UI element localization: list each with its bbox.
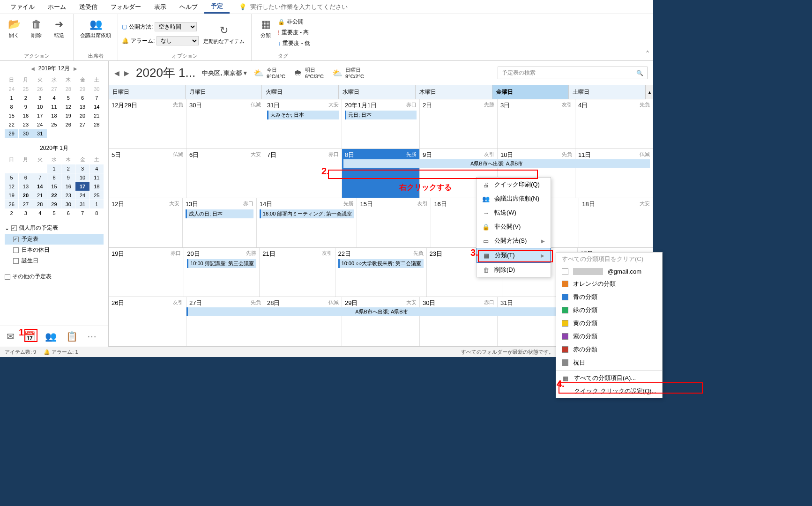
mini-cal-day[interactable]: 9 [19, 103, 32, 111]
mini-cal-day[interactable]: 5 [47, 209, 61, 217]
calendar-cell[interactable]: 30日 赤口 [420, 297, 498, 346]
mini-cal-day[interactable]: 12 [5, 182, 18, 191]
reminder-select[interactable]: なし [156, 36, 199, 45]
mini-cal-day[interactable]: 4 [33, 209, 47, 217]
importance-high-button[interactable]: !重要度 - 高 [278, 28, 310, 37]
cat-clear[interactable]: すべての分類項目をクリア(C) [556, 253, 662, 266]
mini-cal-day[interactable]: 7 [90, 94, 104, 102]
more-nav-icon[interactable]: ⋯ [87, 331, 97, 342]
mini-cal-day[interactable]: 10 [33, 103, 47, 111]
context-menu-item[interactable]: ▭ 公開方法(S) ▶ [477, 234, 551, 248]
mini-cal-day[interactable]: 1 [47, 164, 61, 173]
menu-help[interactable]: ヘルプ [173, 1, 204, 13]
mini-cal-day[interactable]: 29 [5, 129, 18, 138]
mini-cal-day[interactable]: 15 [5, 112, 18, 120]
mini-cal-day[interactable]: 30 [90, 85, 104, 93]
mini-cal-day[interactable]: 5 [61, 94, 75, 102]
mini-cal-day[interactable]: 28 [90, 120, 104, 129]
context-menu-item[interactable]: 🖨 クイック印刷(Q) [477, 178, 551, 192]
mini-cal-day[interactable]: 25 [47, 120, 61, 129]
mini-cal-day[interactable]: 2 [19, 94, 32, 102]
mini-cal-day[interactable]: 25 [90, 191, 104, 200]
mini-cal-day[interactable] [19, 164, 32, 173]
calendar-cell[interactable]: 14日 先勝16:00 部署内ミーティング; 第一会議室 [257, 198, 358, 247]
cat-all[interactable]: ▦すべての分類項目(A)... [556, 372, 662, 385]
show-as-select[interactable]: 空き時間 [155, 22, 197, 31]
calendar-search-input[interactable]: 予定表の検索 🔍 [498, 67, 648, 79]
mini-cal-day[interactable]: 3 [19, 209, 32, 217]
calendar-cell[interactable]: 11日 仏滅 [575, 149, 653, 198]
span-event[interactable]: A県B市へ出張; A県B市 [342, 159, 650, 168]
mini-cal-day[interactable]: 29 [75, 85, 89, 93]
mini-cal-day[interactable]: 22 [47, 191, 61, 200]
mini-cal-day[interactable]: 23 [19, 120, 32, 129]
mini-cal-day[interactable]: 24 [5, 85, 18, 93]
mini-cal-day[interactable]: 10 [75, 173, 89, 182]
mini-cal-day[interactable]: 6 [75, 94, 89, 102]
calendar-cell[interactable]: 3日 友引 [498, 99, 575, 149]
mini-cal-day[interactable]: 6 [61, 209, 75, 217]
mini-cal-day[interactable]: 6 [19, 173, 32, 182]
mini-cal-day[interactable]: 23 [61, 191, 75, 200]
calendar-cell[interactable]: 13日 赤口成人の日; 日本 [183, 198, 257, 247]
calendar-cell[interactable]: 21日 友引 [260, 248, 335, 297]
mini-cal-day[interactable]: 30 [61, 200, 75, 208]
calendar-cell[interactable]: 18日 大安 [579, 198, 653, 247]
calendar-cell[interactable]: 12日 大安 [109, 198, 183, 247]
mini-cal-day[interactable]: 17 [33, 112, 47, 120]
calendar-event[interactable]: 16:00 部署内ミーティング; 第一会議室 [260, 209, 354, 218]
calendar-cell[interactable]: 20年1月1日 赤口元日; 日本 [342, 99, 420, 149]
calendar-list-item[interactable]: 誕生日 [5, 255, 104, 266]
calendar-cell[interactable]: 6日 大安 [186, 149, 264, 198]
calendar-cell[interactable]: 26日 友引 [109, 297, 186, 346]
tasks-nav-icon[interactable]: 📋 [66, 331, 78, 342]
mini-cal-day[interactable]: 8 [47, 173, 61, 182]
mini-cal-day[interactable]: 19 [61, 112, 75, 120]
mini-cal-day[interactable]: 31 [33, 129, 47, 138]
mini-cal-day[interactable]: 2 [61, 164, 75, 173]
menu-sendreceive[interactable]: 送受信 [73, 1, 104, 13]
next-period-button[interactable]: ▶ [124, 69, 129, 77]
mini-cal-day[interactable] [5, 164, 18, 173]
calendar-cell[interactable]: 20日 先勝10:00 簿記講座; 第三会議室 [184, 248, 260, 297]
mini-cal-day[interactable]: 5 [5, 173, 18, 182]
mini-cal-day[interactable]: 17 [75, 182, 89, 191]
mini-cal-day[interactable] [33, 164, 47, 173]
mini-cal-day[interactable]: 8 [5, 103, 18, 111]
mini-cal-day[interactable]: 8 [90, 209, 104, 217]
calendar-location[interactable]: 中央区, 東京都 ▾ [202, 69, 247, 77]
cat-gmail[interactable]: @gmail.com [556, 266, 662, 277]
context-menu-item[interactable]: 👥 会議出席依頼(N) [477, 192, 551, 206]
prev-period-button[interactable]: ◀ [114, 69, 119, 77]
checkbox-icon[interactable] [13, 247, 19, 253]
cat-item[interactable]: 青の分類 [556, 290, 662, 304]
mini-cal-day[interactable]: 21 [33, 191, 47, 200]
recurrence-button[interactable]: ↻定期的なアイテム [201, 22, 247, 46]
menu-appointment[interactable]: 予定 [204, 0, 230, 14]
mini-cal-day[interactable]: 12 [61, 103, 75, 111]
mini-cal-day[interactable]: 25 [19, 85, 32, 93]
mini-cal-day[interactable]: 7 [75, 209, 89, 217]
span-event[interactable]: A県B市へ出張; A県B市 [186, 307, 575, 316]
mini-cal-day[interactable]: 27 [75, 120, 89, 129]
importance-low-button[interactable]: ↓重要度 - 低 [278, 38, 310, 48]
menu-view[interactable]: 表示 [148, 1, 173, 13]
mini-cal-day[interactable]: 13 [19, 182, 32, 191]
mini-cal-day[interactable]: 20 [19, 191, 32, 200]
calendar-event[interactable]: 10:00 簿記講座; 第三会議室 [187, 259, 256, 268]
mini-cal-day[interactable]: 26 [61, 120, 75, 129]
mini-cal-day[interactable] [61, 129, 75, 138]
people-nav-icon[interactable]: 👥 [45, 331, 57, 342]
calendar-event[interactable]: 大みそか; 日本 [267, 111, 339, 119]
checkbox-icon[interactable] [13, 237, 19, 242]
calendar-cell[interactable]: 28日 仏滅 [264, 297, 342, 346]
delete-button[interactable]: 🗑削除 [26, 16, 47, 40]
context-menu-item[interactable]: 🔒 非公開(V) [477, 220, 551, 234]
calendar-cell[interactable]: 31日 大安大みそか; 日本 [264, 99, 342, 149]
mini-cal-day[interactable]: 14 [33, 182, 47, 191]
calendar-cell[interactable]: 8日 先勝 [342, 149, 420, 198]
calendar-cell[interactable]: 15日 友引 [357, 198, 431, 247]
calendar-list-item[interactable]: 日本の休日 [5, 245, 104, 255]
mini-cal-day[interactable]: 24 [75, 191, 89, 200]
other-calendars-header[interactable]: その他の予定表 [5, 271, 104, 283]
